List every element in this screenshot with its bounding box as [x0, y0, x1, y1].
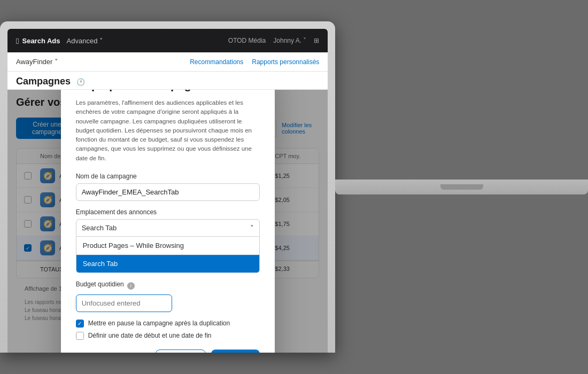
grid-icon[interactable]: ⊞ — [314, 37, 319, 44]
dropdown-chevron-icon: ˅ — [250, 224, 254, 232]
dropdown-list: Product Pages – While Browsing Search Ta… — [76, 237, 260, 273]
campaign-name-label: Nom de la campagne — [76, 173, 260, 180]
advanced-menu[interactable]: Advanced ˅ — [67, 37, 103, 45]
recommendations-link[interactable]: Recommandations — [190, 58, 243, 66]
budget-label-row: Budget quotidien i — [76, 280, 260, 291]
pause-label: Mettre en pause la campagne après la dup… — [88, 320, 230, 327]
budget-label: Budget quotidien — [76, 280, 124, 288]
pause-checkbox[interactable]: ✓ — [76, 320, 84, 328]
breadcrumb-area: Campagnes 🕐 — [7, 72, 328, 90]
user-menu[interactable]: Johnny A. ˅ — [273, 37, 306, 44]
placement-label: Emplacement des annonces — [76, 208, 260, 216]
modal-footer: Annuler Suivant — [76, 349, 260, 353]
checkbox-row-2[interactable]: Définir une date de début et une date de… — [76, 332, 260, 340]
top-navigation:  Search Ads Advanced ˅ OTOD Média Johnn… — [7, 29, 328, 52]
modal-title: Dupliquer la campagne — [76, 90, 260, 92]
clock-icon: 🕐 — [76, 78, 85, 86]
placement-dropdown[interactable]: Search Tab ˅ Product Pages – While Brows… — [76, 219, 260, 273]
advanced-label: Advanced ˅ — [67, 37, 103, 45]
sub-navigation: AwayFinder ˅ Recommandations Rapports pe… — [7, 52, 328, 72]
next-button[interactable]: Suivant — [211, 349, 260, 353]
dropdown-selected[interactable]: Search Tab ˅ — [76, 219, 260, 237]
cancel-button[interactable]: Annuler — [156, 349, 206, 353]
date-range-checkbox[interactable] — [76, 332, 84, 340]
topnav-right: OTOD Média Johnny A. ˅ ⊞ — [228, 37, 320, 44]
account-selector[interactable]: AwayFinder ˅ — [16, 58, 58, 66]
subnav-links: Recommandations Rapports personnalisés — [190, 58, 319, 66]
page-title: Campagnes — [16, 76, 71, 87]
org-name: OTOD Média — [228, 37, 266, 44]
modal-description: Les paramètres, l'affinement des audienc… — [76, 98, 260, 163]
duplicate-campaign-modal: Dupliquer la campagne Les paramètres, l'… — [61, 90, 275, 353]
date-range-label: Définir une date de début et une date de… — [88, 332, 212, 339]
laptop-notch — [440, 184, 483, 190]
budget-input[interactable] — [76, 294, 172, 312]
brand-name: Search Ads — [22, 37, 60, 45]
brand-logo:  Search Ads — [16, 36, 60, 45]
main-content: Gérer vos campagnes i Créer une campagne… — [7, 90, 328, 353]
account-name: AwayFinder ˅ — [16, 58, 58, 66]
reports-link[interactable]: Rapports personnalisés — [252, 58, 319, 66]
dropdown-option-product-pages[interactable]: Product Pages – While Browsing — [76, 237, 259, 255]
dropdown-option-search-tab[interactable]: Search Tab — [76, 255, 259, 272]
apple-icon:  — [16, 36, 19, 45]
dropdown-selected-text: Search Tab — [82, 224, 117, 232]
campaign-name-input[interactable] — [76, 183, 260, 201]
checkbox-row-1[interactable]: ✓ Mettre en pause la campagne après la d… — [76, 320, 260, 328]
budget-info-icon: i — [127, 282, 135, 290]
